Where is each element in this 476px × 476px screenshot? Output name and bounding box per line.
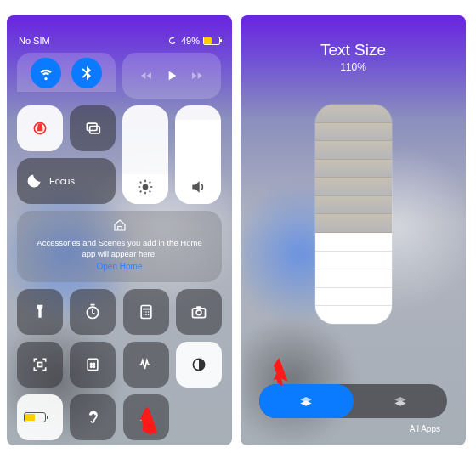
home-message: Accessories and Scenes you add in the Ho… xyxy=(31,238,208,260)
hearing-button[interactable] xyxy=(70,394,116,440)
focus-button[interactable]: Focus xyxy=(17,158,116,204)
scope-all-apps[interactable] xyxy=(354,393,448,410)
timer-button[interactable] xyxy=(70,289,116,335)
open-home-link[interactable]: Open Home xyxy=(31,261,208,273)
svg-rect-1 xyxy=(87,123,97,130)
brightness-slider[interactable] xyxy=(122,105,168,204)
svg-point-12 xyxy=(91,366,93,368)
text-size-screenshot: Text Size 110% All Apps xyxy=(241,15,466,445)
svg-text:A: A xyxy=(145,412,153,423)
connectivity-group[interactable] xyxy=(17,53,116,92)
prev-track-icon[interactable] xyxy=(139,67,153,84)
wifi-toggle[interactable] xyxy=(31,58,61,88)
qr-scanner-button[interactable] xyxy=(17,342,63,388)
screen-mirroring-button[interactable] xyxy=(70,105,116,151)
notes-button[interactable] xyxy=(70,342,116,388)
camera-button[interactable] xyxy=(176,289,222,335)
bluetooth-toggle[interactable] xyxy=(71,58,102,88)
home-card[interactable]: Accessories and Scenes you add in the Ho… xyxy=(17,211,222,282)
svg-point-7 xyxy=(196,310,201,315)
play-icon[interactable] xyxy=(165,67,178,84)
flashlight-button[interactable] xyxy=(17,289,63,335)
next-track-icon[interactable] xyxy=(190,67,204,84)
status-bar: No SIM 49% xyxy=(7,15,232,48)
text-size-percent: 110% xyxy=(241,61,466,73)
scope-all-apps-label: All Apps xyxy=(410,424,440,434)
svg-rect-2 xyxy=(90,127,100,133)
svg-point-11 xyxy=(94,363,95,365)
scope-per-app[interactable] xyxy=(259,384,354,418)
calculator-button[interactable] xyxy=(123,289,169,335)
text-size-slider[interactable] xyxy=(314,104,393,325)
text-size-scope-toggle[interactable] xyxy=(259,384,447,418)
svg-rect-9 xyxy=(88,359,98,370)
svg-point-10 xyxy=(91,363,93,365)
focus-label: Focus xyxy=(49,176,75,186)
control-center-screenshot: No SIM 49% xyxy=(7,15,232,445)
carrier-label: No SIM xyxy=(19,36,50,46)
rotation-lock-status-icon xyxy=(167,36,178,46)
voice-memo-button[interactable] xyxy=(123,342,169,388)
rotation-lock-button[interactable] xyxy=(17,105,63,151)
svg-point-13 xyxy=(94,366,95,368)
text-size-title: Text Size xyxy=(241,41,466,60)
svg-rect-8 xyxy=(38,363,42,367)
volume-slider[interactable] xyxy=(175,105,221,204)
media-controls[interactable] xyxy=(122,53,221,99)
dark-mode-button[interactable] xyxy=(176,342,222,388)
home-icon xyxy=(31,218,208,236)
annotation-arrow-icon xyxy=(265,354,299,388)
battery-percent: 49% xyxy=(181,36,200,46)
low-power-button[interactable] xyxy=(17,394,63,440)
battery-icon xyxy=(203,37,220,45)
text-size-button[interactable]: AA xyxy=(123,394,169,440)
svg-point-3 xyxy=(143,184,149,190)
